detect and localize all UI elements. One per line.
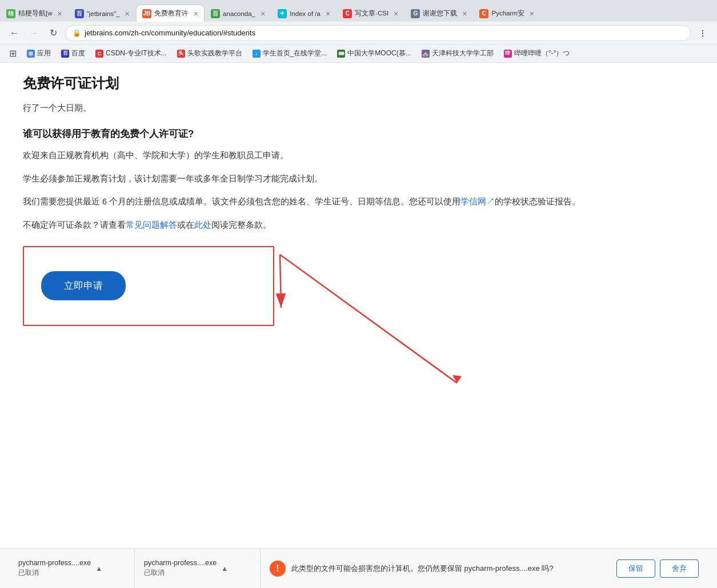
discard-button[interactable]: 舍弃 xyxy=(660,559,699,578)
keep-button[interactable]: 保留 xyxy=(616,559,655,578)
bookmark-label-5: 中国大学MOOC(慕... xyxy=(347,49,411,58)
tab-close[interactable]: × xyxy=(194,10,198,18)
terms-link[interactable]: 此处 xyxy=(194,220,211,229)
para4-suffix: 阅读完整条款。 xyxy=(211,220,271,229)
tab-label: 谢谢您下载 xyxy=(423,9,457,18)
tab-tab-education[interactable]: JB 免费教育许 × xyxy=(136,5,205,22)
apply-section: 立即申请 xyxy=(23,246,694,394)
tab-icon: JB xyxy=(142,9,151,18)
page-content: 免费许可证计划 行了一个大日期。 谁可以获得用于教育的免费个人许可证? 欢迎来自… xyxy=(0,63,717,548)
warning-text: 此类型的文件可能会损害您的计算机。您仍然要保留 pycharm-profess.… xyxy=(291,563,611,574)
bookmark-item-7[interactable]: 哔 哔哩哔哩（°-°）つ xyxy=(499,47,575,61)
svg-line-2 xyxy=(280,255,457,383)
bookmark-icon-0: ⊞ xyxy=(27,50,35,58)
bookmark-label-2: CSDN-专业IT技术... xyxy=(106,49,167,58)
extensions-icon[interactable]: ⋮ xyxy=(695,26,710,41)
download-status-1: 已取消 xyxy=(18,568,91,578)
extension-area: ⋮ xyxy=(695,26,710,41)
download-item-1-info: pycharm-profess....exe 已取消 xyxy=(18,559,91,578)
tab-close[interactable]: × xyxy=(394,10,398,18)
back-button[interactable]: ← xyxy=(7,26,22,41)
tab-bar: 桔 桔梗导航[w × 百 "jetbrains"_ × JB 免费教育许 × 百… xyxy=(0,0,717,22)
para4-prefix: 不确定许可证条款？请查看 xyxy=(23,220,126,229)
bookmark-label-7: 哔哩哔哩（°-°）つ xyxy=(514,49,570,58)
address-text: jetbrains.com/zh-cn/community/education/… xyxy=(85,29,683,37)
bookmark-icon-3: 头 xyxy=(177,50,185,58)
bookmark-label-0: 应用 xyxy=(37,49,51,58)
tab-label: "jetbrains"_ xyxy=(87,10,120,17)
tab-tab-anaconda[interactable]: 百 anaconda_ × xyxy=(205,5,271,22)
download-chevron-1[interactable]: ▲ xyxy=(95,565,102,573)
tab-close[interactable]: × xyxy=(58,10,62,18)
download-filename-1: pycharm-profess....exe xyxy=(18,559,91,567)
faq-link[interactable]: 常见问题解答 xyxy=(126,220,177,229)
para3-prefix: 我们需要您提供最近 6 个月的注册信息或成绩单。该文件必须包含您的姓名、学生证号… xyxy=(23,197,460,206)
warning-icon: ! xyxy=(270,561,286,577)
download-item-2-info: pycharm-profess....exe 已取消 xyxy=(144,559,217,578)
tab-close[interactable]: × xyxy=(530,10,534,18)
tab-close[interactable]: × xyxy=(462,10,467,18)
xuexin-link[interactable]: 学信网↗ xyxy=(460,197,495,206)
tab-label: Pycharm安 xyxy=(491,9,524,18)
download-filename-2: pycharm-profess....exe xyxy=(144,559,217,567)
tab-tab-index[interactable]: ✈ Index of /a × xyxy=(271,5,337,22)
address-bar[interactable]: 🔒 jetbrains.com/zh-cn/community/educatio… xyxy=(65,25,691,41)
tab-icon: C xyxy=(343,9,352,18)
svg-line-1 xyxy=(280,255,281,308)
download-chevron-2[interactable]: ▲ xyxy=(221,565,228,573)
svg-marker-3 xyxy=(452,375,462,383)
reload-button[interactable]: ↻ xyxy=(46,26,61,41)
download-item-2: pycharm-profess....exe 已取消 ▲ xyxy=(135,549,261,588)
bookmarks-bar: ⊞ ⊞ 应用 百 百度 C CSDN-专业IT技术... 头 头歌实践教学平台 … xyxy=(0,45,717,63)
download-status-2: 已取消 xyxy=(144,568,217,578)
tab-tab-thanks[interactable]: G 谢谢您下载 × xyxy=(404,5,473,22)
tab-label: 桔梗导航[w xyxy=(18,9,53,18)
para4: 不确定许可证条款？请查看常见问题解答或在此处阅读完整条款。 xyxy=(23,218,694,232)
tab-tab-pycharm[interactable]: C Pycharm安 × xyxy=(473,5,540,22)
tab-icon: ✈ xyxy=(278,9,287,18)
para3: 我们需要您提供最近 6 个月的注册信息或成绩单。该文件必须包含您的姓名、学生证号… xyxy=(23,195,694,209)
lock-icon: 🔒 xyxy=(73,29,81,37)
tab-tab-jucao[interactable]: 桔 桔梗导航[w × xyxy=(0,5,69,22)
forward-button[interactable]: → xyxy=(26,26,41,41)
bookmark-item-0[interactable]: ⊞ 应用 xyxy=(22,47,55,61)
apps-grid-icon: ⊞ xyxy=(9,48,17,59)
tab-label: 写文章-CSI xyxy=(355,9,388,18)
bookmark-label-4: 学生首页_在线学堂... xyxy=(263,49,327,58)
section-heading: 谁可以获得用于教育的免费个人许可证? xyxy=(23,127,694,140)
tab-icon: C xyxy=(479,9,488,18)
bookmark-icon-4: ♪ xyxy=(253,50,261,58)
apply-box: 立即申请 xyxy=(23,246,274,326)
para2: 学生必须参加正规教育计划，该计划需要一年或多年全日制学习才能完成计划。 xyxy=(23,172,694,186)
tab-icon: 百 xyxy=(211,9,220,18)
bookmark-label-1: 百度 xyxy=(71,49,85,58)
tab-icon: 百 xyxy=(75,9,84,18)
bookmark-icon-1: 百 xyxy=(61,50,69,58)
para1: 欢迎来自正规教育机构（高中、学院和大学）的学生和教职员工申请。 xyxy=(23,148,694,163)
bookmark-item-6[interactable]: 🏫 天津科技大学学工部 xyxy=(417,47,498,61)
page-title: 免费许可证计划 xyxy=(23,74,694,92)
download-item-1: pycharm-profess....exe 已取消 ▲ xyxy=(9,549,135,588)
bookmark-item-2[interactable]: C CSDN-专业IT技术... xyxy=(91,47,171,61)
tab-close[interactable]: × xyxy=(125,10,130,18)
tab-close[interactable]: × xyxy=(261,10,265,18)
apply-button[interactable]: 立即申请 xyxy=(41,271,126,300)
warning-actions: 保留 舍弃 xyxy=(616,559,699,578)
bookmark-item-3[interactable]: 头 头歌实践教学平台 xyxy=(173,47,247,61)
nav-bar: ← → ↻ 🔒 jetbrains.com/zh-cn/community/ed… xyxy=(0,22,717,45)
bookmark-item-1[interactable]: 百 百度 xyxy=(57,47,90,61)
tab-close[interactable]: × xyxy=(326,10,330,18)
tab-label: 免费教育许 xyxy=(154,9,189,18)
bookmark-item-5[interactable]: 📖 中国大学MOOC(慕... xyxy=(333,47,415,61)
tab-icon: 桔 xyxy=(6,9,15,18)
download-bar: pycharm-profess....exe 已取消 ▲ pycharm-pro… xyxy=(0,548,717,588)
bookmark-icon-2: C xyxy=(95,50,103,58)
bookmark-icon-5: 📖 xyxy=(337,50,345,58)
bookmark-apps[interactable]: ⊞ xyxy=(5,47,21,61)
tab-tab-csdn[interactable]: C 写文章-CSI × xyxy=(337,5,404,22)
tab-icon: G xyxy=(411,9,420,18)
bookmark-label-6: 天津科技大学学工部 xyxy=(432,49,494,58)
bookmark-label-3: 头歌实践教学平台 xyxy=(187,49,242,58)
tab-tab-jetbrains[interactable]: 百 "jetbrains"_ × xyxy=(69,5,136,22)
bookmark-item-4[interactable]: ♪ 学生首页_在线学堂... xyxy=(248,47,332,61)
